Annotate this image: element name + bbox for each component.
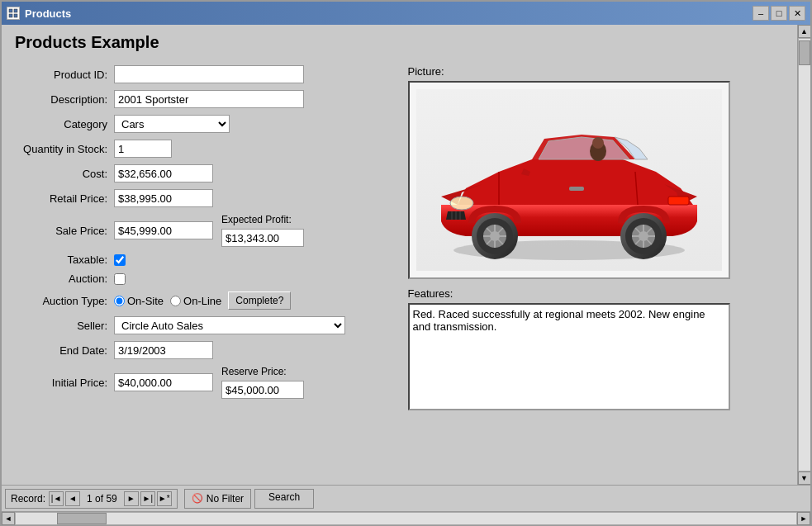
picture-frame [408, 81, 730, 279]
expected-profit-label: Expected Profit: [221, 214, 304, 225]
scroll-down-button[interactable]: ▼ [798, 472, 811, 485]
complete-button[interactable]: Complete? [228, 291, 291, 310]
search-button[interactable]: Search [254, 489, 314, 509]
close-button[interactable]: ✕ [789, 6, 805, 21]
retail-price-label: Retail Price: [15, 192, 114, 205]
scroll-thumb[interactable] [799, 40, 810, 65]
next-record-button[interactable]: ► [124, 491, 139, 506]
page-title: Products Example [15, 33, 784, 52]
svg-rect-1 [14, 9, 17, 12]
onsite-radio[interactable] [114, 296, 125, 306]
end-date-row: End Date: [15, 341, 383, 359]
record-label: Record: [11, 493, 45, 505]
auction-type-row: Auction Type: On-Site On-Line Complete? [15, 291, 383, 310]
price-row: Initial Price: Reserve Price: [15, 366, 383, 399]
taxable-label: Taxable: [15, 254, 114, 266]
svg-point-10 [450, 197, 473, 210]
product-id-input[interactable] [114, 65, 304, 83]
reserve-price-label: Reserve Price: [221, 366, 304, 377]
no-filter-button[interactable]: 🚫 No Filter [184, 489, 251, 509]
category-row: Category Cars Trucks Motorcycles Boats [15, 115, 383, 133]
product-id-label: Product ID: [15, 69, 114, 81]
car-image [416, 89, 722, 271]
taxable-row: Taxable: [15, 254, 383, 266]
auction-type-label: Auction Type: [15, 295, 114, 307]
scroll-track[interactable] [798, 38, 811, 472]
quantity-label: Quantity in Stock: [15, 143, 114, 155]
h-scroll-track[interactable] [15, 512, 797, 525]
scroll-right-button[interactable]: ► [797, 512, 810, 525]
retail-price-row: Retail Price: [15, 189, 383, 207]
auction-checkbox[interactable] [114, 273, 126, 285]
vertical-scrollbar: ▲ ▼ [797, 25, 810, 485]
description-input[interactable] [114, 90, 304, 108]
last-record-button[interactable]: ►| [140, 491, 155, 506]
window-title: Products [25, 7, 71, 20]
cost-input[interactable] [114, 164, 213, 182]
title-bar-left: Products [7, 7, 71, 20]
svg-rect-3 [14, 14, 17, 17]
horizontal-scrollbar: ◄ ► [2, 511, 810, 524]
onsite-label: On-Site [127, 295, 164, 307]
expected-profit-input[interactable] [221, 229, 304, 247]
first-record-button[interactable]: |◄ [49, 491, 64, 506]
picture-label: Picture: [408, 65, 785, 78]
end-date-input[interactable] [114, 341, 213, 359]
seller-select[interactable]: Circle Auto Sales Downtown Motors Auto W… [114, 316, 345, 334]
initial-price-input[interactable] [114, 373, 213, 391]
online-label: On-Line [183, 295, 221, 307]
description-row: Description: [15, 90, 383, 108]
h-scroll-thumb[interactable] [57, 513, 107, 524]
quantity-input[interactable] [114, 140, 172, 158]
form-grid: Product ID: Description: Category Cars T… [15, 65, 784, 413]
seller-row: Seller: Circle Auto Sales Downtown Motor… [15, 316, 383, 334]
svg-rect-0 [9, 9, 12, 12]
main-content: Products Example Product ID: Description… [2, 25, 797, 485]
quantity-row: Quantity in Stock: [15, 140, 383, 158]
main-window: Products – □ ✕ Products Example Product … [0, 0, 812, 526]
reserve-price-input[interactable] [221, 381, 304, 399]
cost-row: Cost: [15, 164, 383, 182]
features-textarea[interactable]: Red. Raced successfully at regional meet… [408, 303, 730, 410]
online-radio[interactable] [170, 296, 181, 306]
svg-rect-11 [668, 197, 689, 205]
left-panel: Product ID: Description: Category Cars T… [15, 65, 400, 413]
retail-price-input[interactable] [114, 189, 213, 207]
auction-row: Auction: [15, 272, 383, 285]
online-radio-label[interactable]: On-Line [170, 295, 221, 307]
auction-type-radio-group: On-Site On-Line Complete? [114, 291, 291, 310]
scroll-left-button[interactable]: ◄ [2, 512, 15, 525]
sale-price-label: Sale Price: [15, 225, 114, 237]
window-controls: – □ ✕ [753, 6, 805, 21]
end-date-label: End Date: [15, 344, 114, 357]
category-select[interactable]: Cars Trucks Motorcycles Boats [114, 115, 230, 133]
picture-section: Picture: [408, 65, 785, 279]
product-id-row: Product ID: [15, 65, 383, 83]
scroll-up-button[interactable]: ▲ [798, 25, 811, 38]
no-filter-label: No Filter [207, 493, 244, 505]
features-section: Features: Red. Raced successfully at reg… [408, 287, 785, 413]
cost-label: Cost: [15, 168, 114, 180]
restore-button[interactable]: □ [771, 6, 787, 21]
features-label: Features: [408, 287, 785, 300]
prev-record-button[interactable]: ◄ [65, 491, 80, 506]
svg-rect-2 [9, 14, 12, 17]
title-bar: Products – □ ✕ [2, 2, 810, 25]
seller-label: Seller: [15, 320, 114, 332]
right-panel: Picture: [400, 65, 785, 413]
minimize-button[interactable]: – [753, 6, 769, 21]
status-bar: Record: |◄ ◄ 1 of 59 ► ►| ►* 🚫 No Filter… [2, 485, 810, 511]
sale-price-row: Sale Price: Expected Profit: [15, 214, 383, 247]
expected-profit-section: Expected Profit: [221, 214, 304, 247]
reserve-price-section: Reserve Price: [221, 366, 304, 399]
new-record-button[interactable]: ►* [157, 491, 172, 506]
svg-point-30 [592, 137, 604, 149]
initial-price-label: Initial Price: [15, 377, 114, 389]
record-info: 1 of 59 [82, 493, 122, 505]
description-label: Description: [15, 93, 114, 106]
sale-price-input[interactable] [114, 221, 213, 239]
taxable-checkbox[interactable] [114, 254, 126, 266]
onsite-radio-label[interactable]: On-Site [114, 295, 164, 307]
auction-label: Auction: [15, 272, 114, 285]
window-icon [7, 7, 20, 20]
